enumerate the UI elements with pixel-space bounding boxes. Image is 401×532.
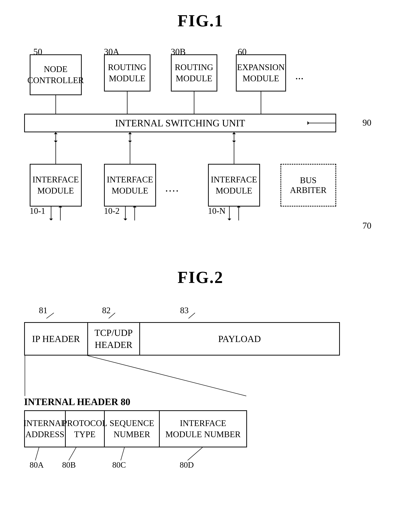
box-interface-module-2: INTERFACE MODULE: [104, 164, 156, 207]
label-90: 90: [362, 117, 371, 128]
svg-line-37: [121, 447, 124, 460]
internal-header-labels-row: 80A 80B 80C 80D: [24, 447, 247, 471]
label-80c: 80C: [112, 460, 126, 470]
ellipsis-mid: ....: [165, 182, 179, 194]
svg-line-34: [87, 355, 246, 396]
cell-payload: PAYLOAD: [140, 323, 339, 355]
internal-header-label: INTERNAL HEADER 80: [24, 396, 377, 407]
label-10-1: 10-1: [30, 206, 45, 216]
packet-row: IP HEADER TCP/UDP HEADER PAYLOAD: [24, 322, 340, 355]
cell-ip-header: IP HEADER: [25, 323, 88, 355]
cell-tcp-udp-header: TCP/UDP HEADER: [88, 323, 140, 355]
cell-sequence-number: SEQUENCE NUMBER: [105, 411, 160, 447]
box-expansion: EXPANSION MODULE: [236, 54, 286, 91]
fig2-container: 81 82 83 IP HEADER TCP/UDP HEADER: [24, 305, 377, 471]
box-routing-a: ROUTING MODULE: [104, 54, 150, 91]
fig1-title: FIG.1: [15, 11, 386, 30]
zoom-triangle-svg: [24, 355, 247, 396]
box-interface-module-n: INTERFACE MODULE: [208, 164, 260, 207]
svg-line-32: [188, 313, 195, 318]
svg-marker-13: [232, 132, 236, 134]
label-10-n: 10-N: [208, 206, 226, 216]
label-connectors-svg: [24, 305, 340, 320]
svg-line-36: [69, 447, 76, 460]
cell-internal-address: INTERNAL ADDRESS: [25, 411, 66, 447]
svg-marker-19: [49, 219, 53, 221]
box-bus-arbiter: BUS ARBITER: [280, 164, 336, 207]
ellipsis-top: ...: [295, 69, 304, 82]
svg-line-35: [35, 447, 39, 460]
svg-line-38: [188, 447, 202, 460]
bar-internal-switching: INTERNAL SWITCHING UNIT: [24, 114, 336, 132]
svg-marker-14: [232, 141, 236, 143]
svg-marker-10: [128, 141, 132, 143]
ih-label-connectors-svg: [24, 447, 247, 471]
svg-line-31: [109, 313, 115, 318]
label-80a: 80A: [30, 460, 44, 470]
svg-marker-5: [54, 132, 58, 134]
box-node-controller: NODE CONTROLLER: [30, 54, 82, 95]
label-70: 70: [362, 221, 371, 231]
box-interface-module-1: INTERFACE MODULE: [30, 164, 82, 207]
label-10-2: 10-2: [104, 206, 120, 216]
svg-marker-27: [227, 219, 231, 221]
cell-interface-module-number: INTERFACE MODULE NUMBER: [160, 411, 246, 447]
cell-protocol-type: PROTOCOL TYPE: [66, 411, 105, 447]
internal-header-table: INTERNAL ADDRESS PROTOCOL TYPE SEQUENCE …: [24, 410, 247, 447]
page: FIG.1 50 30A 30B 60 90 70 NODE CONTROLLE…: [0, 0, 401, 532]
svg-marker-6: [54, 141, 58, 143]
svg-marker-9: [128, 132, 132, 134]
fig2-title: FIG.2: [15, 268, 386, 287]
svg-line-30: [46, 313, 54, 318]
zoom-lines-container: [24, 355, 377, 396]
fig1-diagram: 50 30A 30B 60 90 70 NODE CONTROLLER ROUT…: [24, 41, 377, 246]
box-routing-b: ROUTING MODULE: [171, 54, 217, 91]
svg-marker-23: [123, 219, 127, 221]
label-80d: 80D: [180, 460, 194, 470]
label-80b: 80B: [62, 460, 76, 470]
fig2-section: FIG.2 81 82 83 IP HEADER T: [15, 268, 386, 471]
